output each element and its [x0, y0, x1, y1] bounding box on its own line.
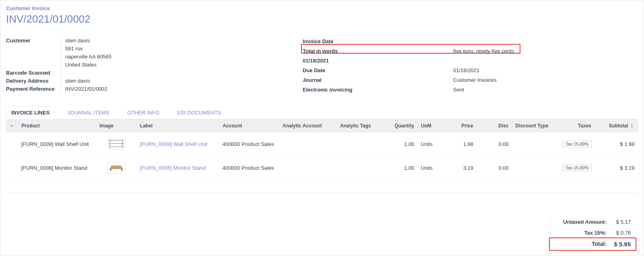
- breadcrumb[interactable]: Customer Invoice: [6, 5, 638, 11]
- th-analytic-account[interactable]: Analytic Account: [279, 120, 337, 132]
- cell-subtotal: $ 3.19: [595, 156, 638, 180]
- th-disc[interactable]: Disc: [477, 120, 512, 132]
- customer-city: naperville AA 60565: [65, 53, 303, 61]
- label-due-date: Due Date: [303, 67, 453, 73]
- cell-disc-type: [512, 156, 554, 180]
- cell-analytic-tags: [336, 156, 382, 180]
- tab-other-info[interactable]: OTHER INFO: [122, 106, 164, 119]
- customer-name: stien davis: [65, 37, 303, 45]
- expand-toggle-header[interactable]: [6, 120, 18, 132]
- cell-taxes: Tax 15.00%: [554, 156, 595, 180]
- cell-uom: Units: [417, 156, 441, 180]
- cell-label[interactable]: [FURN_0006] Monitor Stand: [136, 156, 219, 180]
- label-delivery-address: Delivery Address: [6, 77, 61, 85]
- tab-invoice-lines[interactable]: INVOICE LINES: [6, 106, 55, 119]
- cell-disc-type: [512, 132, 554, 156]
- cell-quantity: 1.00: [382, 156, 417, 180]
- tab-journal-items[interactable]: JOURNAL ITEMS: [63, 106, 114, 119]
- label-payment-reference: Payment Reference: [6, 85, 61, 93]
- label-customer: Customer: [6, 37, 61, 69]
- cell-account: 400000 Product Sales: [219, 132, 279, 156]
- totals-box: Untaxed Amount: $ 5.17 Tax 15%: $ 0.78 T…: [550, 216, 635, 250]
- cell-uom: Units: [417, 132, 441, 156]
- cell-analytic-tags: [336, 132, 382, 156]
- th-subtotal[interactable]: Subtotal ⋮: [595, 120, 638, 132]
- cell-image: [96, 156, 137, 180]
- th-discount-type[interactable]: Discount Type: [512, 120, 554, 132]
- th-image[interactable]: Image: [96, 120, 137, 132]
- th-analytic-tags[interactable]: Analytic Tags: [336, 120, 382, 132]
- tax15-value: $ 0.78: [607, 230, 631, 236]
- customer-country: United States: [65, 61, 303, 69]
- cell-disc: 0.00: [477, 156, 512, 180]
- cell-price: 1.98: [441, 132, 477, 156]
- cell-product: [FURN_0009] Wall Shelf Unit: [18, 132, 96, 156]
- total-value: $ 5.95: [607, 241, 631, 248]
- label-electronic-invoicing: Electronic invoicing: [303, 87, 453, 93]
- label-journal: Journal: [303, 77, 453, 83]
- cell-price: 3.19: [441, 156, 477, 180]
- payment-reference-value: INV/2021/01/0002: [65, 85, 303, 93]
- monitor-stand-icon: [108, 163, 124, 172]
- cell-subtotal: $ 1.98: [595, 132, 638, 156]
- due-date-value: 01/18/2021: [453, 67, 479, 73]
- cell-analytic-account: [279, 156, 337, 180]
- th-price[interactable]: Price: [441, 120, 477, 132]
- total-in-words-value: five euro, ninety-five cents: [453, 48, 514, 54]
- th-label[interactable]: Label: [136, 120, 219, 132]
- th-product[interactable]: Product: [18, 120, 96, 132]
- label-total: Total:: [555, 241, 607, 248]
- th-account[interactable]: Account: [219, 120, 279, 132]
- cell-disc: 0.00: [477, 132, 512, 156]
- cell-label[interactable]: [FURN_0009] Wall Shelf Unit: [136, 132, 219, 156]
- untaxed-amount-value: $ 5.17: [607, 219, 631, 225]
- invoice-lines-table: Product Image Label Account Analytic Acc…: [6, 119, 638, 180]
- table-row[interactable]: [FURN_0006] Monitor Stand [FURN_0006] Mo…: [6, 156, 638, 180]
- tax-tag: Tax 15.00%: [563, 164, 591, 171]
- label-barcode-scanned: Barcode Scanned: [6, 69, 61, 77]
- cell-quantity: 1.00: [382, 132, 417, 156]
- tab-edi-documents[interactable]: EDI DOCUMENTS: [172, 106, 226, 119]
- table-row[interactable]: [FURN_0009] Wall Shelf Unit [FURN_0009] …: [6, 132, 638, 156]
- tax-tag: Tax 15.00%: [563, 140, 591, 148]
- page-title: INV/2021/01/0002: [6, 13, 638, 25]
- delivery-name: stien davis: [65, 77, 303, 85]
- chevron-down-icon: [11, 123, 13, 129]
- cell-account: 400000 Product Sales: [219, 156, 279, 180]
- label-untaxed-amount: Untaxed Amount:: [555, 219, 607, 225]
- cell-taxes: Tax 15.00%: [554, 132, 595, 156]
- label-total-in-words: Total in words: [303, 48, 453, 54]
- customer-street: 591 rox: [65, 45, 303, 53]
- label-invoice-date: Invoice Date: [303, 38, 453, 44]
- label-tax15: Tax 15%:: [555, 230, 607, 236]
- th-uom[interactable]: UoM: [417, 120, 441, 132]
- product-image-shelf: [107, 138, 125, 150]
- shelf-icon: [108, 139, 124, 149]
- kebab-icon[interactable]: ⋮: [630, 123, 634, 129]
- electronic-invoicing-value: Sent: [453, 87, 464, 93]
- cell-product: [FURN_0006] Monitor Stand: [18, 156, 96, 180]
- product-image-stand: [107, 162, 125, 174]
- th-taxes[interactable]: Taxes: [554, 120, 595, 132]
- cell-analytic-account: [279, 132, 337, 156]
- th-quantity[interactable]: Quantity: [382, 120, 417, 132]
- invoice-date-value: 01/18/2021: [303, 58, 453, 64]
- tabs: INVOICE LINES JOURNAL ITEMS OTHER INFO E…: [6, 106, 638, 119]
- cell-image: [96, 132, 137, 156]
- journal-value: Customer Invoices: [453, 77, 497, 83]
